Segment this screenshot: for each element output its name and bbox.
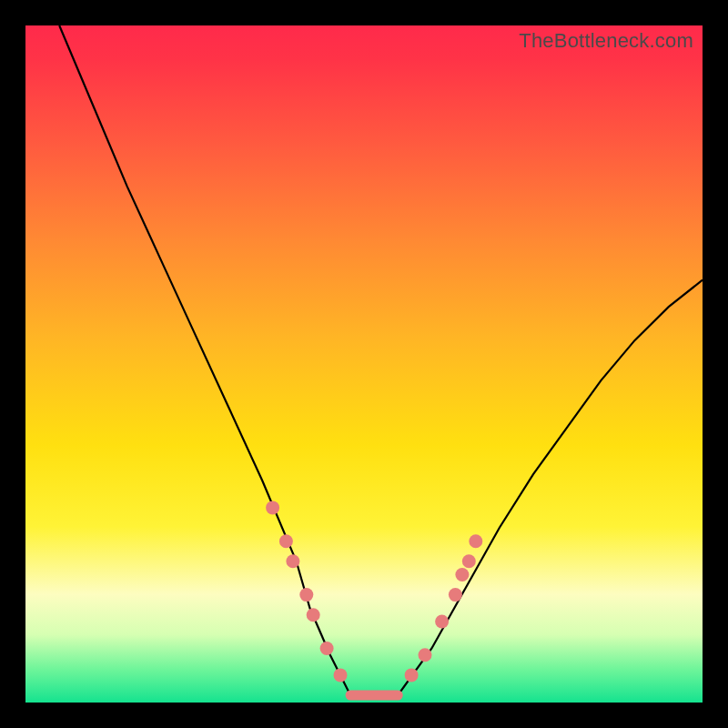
curve-marker <box>286 554 299 568</box>
curve-marker <box>299 588 313 602</box>
curve-marker <box>435 615 449 629</box>
curve-marker <box>334 668 348 682</box>
curve-marker <box>307 608 320 622</box>
curve-marker <box>419 648 432 662</box>
curve-marker <box>462 554 476 568</box>
markers-left-group <box>266 500 347 682</box>
markers-right-group <box>405 534 483 682</box>
chart-svg <box>25 25 703 703</box>
bottleneck-curve <box>59 25 703 695</box>
chart-plot-area: TheBottleneck.com <box>25 25 703 703</box>
curve-marker <box>449 588 462 602</box>
curve-marker <box>455 568 469 581</box>
curve-marker <box>405 668 419 682</box>
curve-marker <box>469 534 482 548</box>
curve-marker <box>266 500 279 514</box>
curve-marker <box>279 534 293 548</box>
chart-frame: TheBottleneck.com <box>0 0 728 728</box>
curve-marker <box>320 642 334 655</box>
